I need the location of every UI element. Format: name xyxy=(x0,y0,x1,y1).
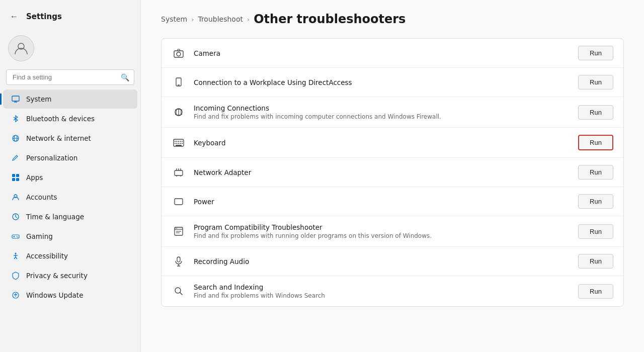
search-indexing-icon xyxy=(172,284,186,298)
troubleshooter-item-program-compatibility: Program Compatibility TroubleshooterFind… xyxy=(162,216,623,247)
sidebar: ← Settings 🔍 SystemBluetooth & devicesNe… xyxy=(0,0,141,352)
system-icon xyxy=(11,95,20,104)
search-indexing-text: Search and IndexingFind and fix problems… xyxy=(194,283,570,299)
troubleshooter-item-connection-workplace: Connection to a Workplace Using DirectAc… xyxy=(162,68,623,97)
accounts-icon xyxy=(11,193,20,202)
sidebar-item-system[interactable]: System xyxy=(3,90,137,109)
svg-point-53 xyxy=(177,228,177,228)
search-box: 🔍 xyxy=(6,69,134,85)
camera-run-button[interactable]: Run xyxy=(578,46,613,60)
search-icon: 🔍 xyxy=(121,73,129,81)
sidebar-item-time[interactable]: Time & language xyxy=(3,207,137,226)
apps-icon xyxy=(11,173,20,182)
troubleshooter-item-search-indexing: Search and IndexingFind and fix problems… xyxy=(162,276,623,306)
program-compatibility-description: Find and fix problems with running older… xyxy=(194,232,570,239)
svg-point-52 xyxy=(175,228,176,228)
sidebar-item-apps[interactable]: Apps xyxy=(3,168,137,187)
sidebar-item-label-network: Network & internet xyxy=(26,134,91,142)
keyboard-text: Keyboard xyxy=(194,139,570,147)
sidebar-item-accounts[interactable]: Accounts xyxy=(3,188,137,207)
breadcrumb-separator: › xyxy=(191,16,194,23)
sidebar-item-personalization[interactable]: Personalization xyxy=(3,148,137,167)
svg-rect-13 xyxy=(12,235,19,238)
svg-rect-38 xyxy=(177,143,178,144)
breadcrumb-separator: › xyxy=(247,16,250,23)
recording-audio-name: Recording Audio xyxy=(194,257,570,266)
sidebar-item-gaming[interactable]: Gaming xyxy=(3,227,137,246)
sidebar-item-label-accessibility: Accessibility xyxy=(26,252,68,260)
network-adapter-icon xyxy=(172,165,186,180)
breadcrumb-part-0[interactable]: System xyxy=(161,15,187,23)
svg-rect-32 xyxy=(175,141,176,142)
sidebar-item-label-time: Time & language xyxy=(26,213,84,221)
sidebar-item-label-gaming: Gaming xyxy=(26,232,53,240)
sidebar-item-network[interactable]: Network & internet xyxy=(3,129,137,148)
program-compatibility-run-button[interactable]: Run xyxy=(578,224,613,239)
power-name: Power xyxy=(194,198,570,206)
svg-rect-9 xyxy=(12,178,15,181)
svg-line-60 xyxy=(180,293,183,295)
camera-icon xyxy=(172,46,186,60)
sidebar-item-accessibility[interactable]: Accessibility xyxy=(3,246,137,266)
recording-audio-run-button[interactable]: Run xyxy=(578,254,613,269)
svg-point-16 xyxy=(17,236,18,237)
recording-audio-text: Recording Audio xyxy=(194,257,570,266)
connection-workplace-text: Connection to a Workplace Using DirectAc… xyxy=(194,78,570,86)
windows-update-icon xyxy=(11,291,20,300)
keyboard-icon xyxy=(172,136,186,150)
camera-name: Camera xyxy=(194,49,570,57)
troubleshooter-item-network-adapter: Network AdapterRun xyxy=(162,158,623,187)
sidebar-item-bluetooth[interactable]: Bluetooth & devices xyxy=(3,109,137,128)
personalization-icon xyxy=(11,153,20,162)
troubleshooter-list: CameraRunConnection to a Workplace Using… xyxy=(161,38,624,307)
network-adapter-run-button[interactable]: Run xyxy=(578,165,613,180)
svg-rect-41 xyxy=(182,143,183,144)
gaming-icon xyxy=(11,232,20,241)
recording-audio-icon xyxy=(172,254,186,269)
keyboard-run-button[interactable]: Run xyxy=(578,135,613,150)
nav-list: SystemBluetooth & devicesNetwork & inter… xyxy=(0,89,140,346)
program-compatibility-icon xyxy=(172,224,186,238)
search-indexing-run-button[interactable]: Run xyxy=(578,284,613,299)
svg-rect-36 xyxy=(182,141,183,142)
troubleshooter-item-keyboard: KeyboardRun xyxy=(162,128,623,158)
svg-point-18 xyxy=(15,253,17,254)
sidebar-item-windows-update[interactable]: Windows Update xyxy=(3,286,137,305)
incoming-connections-run-button[interactable]: Run xyxy=(578,105,613,120)
svg-rect-10 xyxy=(16,178,19,181)
svg-point-26 xyxy=(177,52,181,56)
breadcrumb-part-2: Other troubleshooters xyxy=(254,12,406,26)
bluetooth-icon xyxy=(11,114,20,123)
app-container: ← Settings 🔍 SystemBluetooth & devicesNe… xyxy=(0,0,644,352)
back-button[interactable]: ← xyxy=(8,10,20,23)
connection-workplace-run-button[interactable]: Run xyxy=(578,75,613,90)
troubleshooter-item-incoming-connections: Incoming ConnectionsFind and fix problem… xyxy=(162,97,623,128)
svg-rect-56 xyxy=(177,257,180,262)
power-run-button[interactable]: Run xyxy=(578,194,613,209)
user-section xyxy=(0,31,140,69)
sidebar-item-privacy[interactable]: Privacy & security xyxy=(3,266,137,285)
svg-rect-1 xyxy=(12,96,19,101)
svg-line-22 xyxy=(16,257,17,259)
sidebar-item-label-personalization: Personalization xyxy=(26,154,77,162)
breadcrumb-part-1[interactable]: Troubleshoot xyxy=(198,15,243,23)
search-indexing-description: Find and fix problems with Windows Searc… xyxy=(194,292,570,299)
search-input[interactable] xyxy=(6,69,134,85)
svg-point-17 xyxy=(17,237,18,238)
troubleshooter-item-recording-audio: Recording AudioRun xyxy=(162,247,623,276)
svg-rect-49 xyxy=(175,199,183,205)
time-icon xyxy=(11,212,20,221)
svg-rect-35 xyxy=(180,141,181,142)
svg-rect-42 xyxy=(176,145,182,146)
sidebar-item-label-privacy: Privacy & security xyxy=(26,272,88,280)
connection-workplace-icon xyxy=(172,75,186,90)
main-content: System›Troubleshoot›Other troubleshooter… xyxy=(141,0,644,352)
sidebar-item-label-accounts: Accounts xyxy=(26,193,57,201)
network-icon xyxy=(11,134,20,143)
svg-line-21 xyxy=(14,257,16,259)
svg-rect-43 xyxy=(175,170,183,175)
program-compatibility-text: Program Compatibility TroubleshooterFind… xyxy=(194,223,570,239)
avatar[interactable] xyxy=(8,35,34,61)
incoming-connections-icon xyxy=(172,105,186,119)
incoming-connections-description: Find and fix problems with incoming comp… xyxy=(194,113,570,120)
